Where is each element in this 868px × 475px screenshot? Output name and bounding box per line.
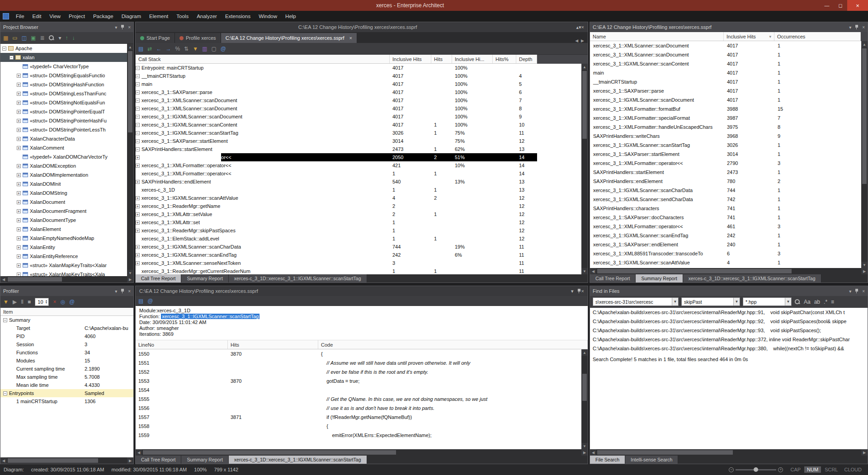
summary-row[interactable]: xercesc_3_1::XMLFormatter::specialFormat… bbox=[590, 113, 868, 122]
tree-view-icon[interactable]: ≡ bbox=[831, 299, 834, 305]
call-tree-row[interactable]: +xercesc_3_1::XMLAttr::setValue2112 bbox=[136, 210, 537, 218]
tree-item[interactable]: +XalanDocumentType bbox=[0, 216, 127, 225]
expand-icon[interactable]: + bbox=[17, 137, 21, 141]
new-model-icon[interactable]: ▦ bbox=[3, 35, 8, 41]
compare-icon[interactable]: ⇄ bbox=[147, 46, 152, 52]
collapse-icon[interactable]: − bbox=[3, 391, 7, 395]
regex-icon[interactable]: .* bbox=[824, 299, 827, 305]
pin-icon[interactable] bbox=[577, 288, 581, 294]
column-header[interactable]: Depth bbox=[516, 55, 537, 63]
code-vscrollbar[interactable]: ▲ ▼ bbox=[581, 349, 588, 449]
expand-icon[interactable]: + bbox=[17, 164, 21, 168]
find-result-line[interactable]: C:\Apache\xalan-builds\xerces-src-31\src… bbox=[590, 344, 868, 353]
summary-row[interactable]: SAXPrintHandlers::startElement24731 bbox=[590, 168, 868, 177]
profiler-row[interactable]: Mean idle time4.4330 bbox=[0, 381, 133, 389]
target-icon[interactable]: ◎ bbox=[61, 299, 65, 305]
menu-edit[interactable]: Edit bbox=[28, 11, 46, 22]
call-tree-row[interactable]: −__tmainCRTStartup4017100%4 bbox=[136, 72, 537, 80]
profiler-row[interactable]: PID4060 bbox=[0, 332, 133, 340]
zoom-slider-thumb[interactable] bbox=[754, 467, 758, 472]
profiler-row[interactable]: Max sampling time5.7008 bbox=[0, 373, 133, 381]
pause-icon[interactable]: Ⅱ bbox=[21, 299, 24, 305]
stop-icon[interactable]: ■ bbox=[28, 299, 31, 305]
summary-vscrollbar[interactable]: ▲ ▼ bbox=[861, 41, 868, 268]
column-header[interactable]: LineNo bbox=[136, 340, 228, 349]
column-header[interactable]: Inclusive Hi... bbox=[452, 55, 493, 63]
panel-close-icon[interactable]: × bbox=[128, 25, 131, 30]
panel-close-icon[interactable]: × bbox=[862, 25, 865, 30]
chevron-down-icon[interactable]: ▼ bbox=[733, 298, 740, 306]
report-tab[interactable]: Call Tree Report bbox=[136, 274, 181, 282]
column-header[interactable]: Call Stack bbox=[136, 55, 390, 63]
expand-icon[interactable]: + bbox=[17, 191, 21, 195]
scroll-left-icon[interactable]: ◀ bbox=[590, 269, 596, 273]
project-tree-hscrollbar[interactable]: ◀ ▶ bbox=[0, 276, 133, 282]
collapse-icon[interactable]: − bbox=[136, 82, 140, 86]
summary-row[interactable]: xercesc_3_1::IGXMLScanner::scanEndTag242… bbox=[590, 231, 868, 240]
expand-icon[interactable]: + bbox=[17, 101, 21, 105]
file-filter-combobox[interactable]: *.hpp ▼ bbox=[743, 297, 792, 306]
expand-icon[interactable]: + bbox=[136, 212, 140, 216]
column-header[interactable]: Inclusive Hits bbox=[390, 55, 431, 63]
summary-row[interactable]: __tmainCRTStartup40171 bbox=[590, 77, 868, 86]
at-icon[interactable]: @ bbox=[147, 298, 153, 304]
tree-item[interactable]: +XalanDOMException bbox=[0, 161, 127, 170]
document-tab[interactable]: Start Page bbox=[136, 33, 175, 43]
call-tree-row[interactable]: −xercesc_3_1::XMLScanner::scanDocument40… bbox=[136, 96, 537, 104]
tab-close-icon[interactable]: × bbox=[349, 35, 352, 41]
expand-icon[interactable]: + bbox=[136, 261, 140, 265]
call-tree-row[interactable]: +xercesc_3_1::IGXMLScanner::scanAttValue… bbox=[136, 194, 537, 202]
profiler-row[interactable]: Functions34 bbox=[0, 348, 133, 357]
column-header[interactable]: Name bbox=[590, 32, 724, 41]
profiler-row[interactable]: −EntrypointsSampled bbox=[0, 389, 133, 397]
report-tab[interactable]: Summary Report bbox=[636, 274, 683, 282]
call-tree-row[interactable]: −xercesc_3_1::IGXMLScanner::scanContent4… bbox=[136, 121, 537, 129]
save-icon[interactable]: ▤ bbox=[138, 46, 143, 52]
menu-file[interactable]: File bbox=[12, 11, 28, 22]
call-tree-row[interactable]: +xercesc_3_1::IGXMLScanner::scanCharData… bbox=[136, 243, 537, 251]
call-tree-row[interactable]: −SAXPrintHandlers::startElement2473162%1… bbox=[136, 145, 537, 153]
document-tab[interactable]: C:\EA 12 Change History\Profiling xerces… bbox=[221, 33, 357, 43]
find-result-line[interactable]: C:\Apache\xalan-builds\xerces-src-31\src… bbox=[590, 308, 868, 317]
call-tree-row[interactable]: +xercesc_3_1::XMLScanner::senseNextToken… bbox=[136, 259, 537, 267]
filter-icon[interactable]: ▼ bbox=[193, 46, 198, 52]
call-tree-row[interactable]: +xercesc_3_1::XMLFormatter::operator<<42… bbox=[136, 161, 537, 169]
expand-icon[interactable]: + bbox=[17, 227, 21, 231]
expand-icon[interactable]: + bbox=[136, 204, 140, 208]
expand-icon[interactable]: + bbox=[17, 263, 21, 268]
code-row[interactable]: 1559 emitError(XMLErrs::ExpectedElementN… bbox=[136, 431, 588, 440]
scroll-right-icon[interactable]: ▶ bbox=[861, 451, 868, 455]
summary-row[interactable]: xercesc_3_1::IGXMLScanner::scanStartTag3… bbox=[590, 141, 868, 150]
summary-row[interactable]: xercesc_3_1::SAXParser::parse40171 bbox=[590, 86, 868, 95]
code-row[interactable]: 15503870{ bbox=[136, 349, 588, 358]
summary-row[interactable]: xercesc_3_1::XMLFormatter::operator<<279… bbox=[590, 159, 868, 168]
call-tree-vscrollbar[interactable]: ▲ ▼ bbox=[581, 64, 588, 274]
menu-help[interactable]: Help bbox=[281, 11, 300, 22]
report-tab[interactable]: Intelli-sense Search bbox=[625, 456, 678, 464]
tree-item[interactable]: +«struct» DOMStringPointerHashFu bbox=[0, 116, 127, 125]
panel-menu-icon[interactable]: ▾ bbox=[849, 289, 851, 294]
panel-close-icon[interactable]: × bbox=[862, 289, 865, 294]
back-icon[interactable]: ← bbox=[156, 46, 161, 52]
column-header[interactable]: Code bbox=[318, 340, 588, 349]
scroll-down-icon[interactable]: ▼ bbox=[127, 270, 133, 276]
profiler-row[interactable]: TargetC:\Apache\xalan-bu bbox=[0, 324, 133, 332]
expand-icon[interactable]: + bbox=[17, 273, 21, 277]
collapse-icon[interactable]: − bbox=[136, 139, 140, 143]
code-hscrollbar[interactable]: ◀ ▶ bbox=[136, 449, 588, 456]
tree-item[interactable]: +«struct» DOMStringPointerEqualT bbox=[0, 107, 127, 116]
profiler-row[interactable]: 1 mainCRTStartup1306 bbox=[0, 397, 133, 405]
search-icon[interactable] bbox=[794, 299, 800, 305]
scroll-up-icon[interactable]: ▲ bbox=[861, 41, 868, 47]
code-row[interactable]: 1552 // ever be false if this is the roo… bbox=[136, 367, 588, 376]
profiler-row[interactable]: Session3 bbox=[0, 340, 133, 348]
panel-close-icon[interactable]: × bbox=[581, 24, 584, 30]
tree-item[interactable]: «typedef» CharVectorType bbox=[0, 62, 127, 71]
column-header[interactable]: Inclusive Hits▾ bbox=[724, 32, 774, 41]
collapse-icon[interactable]: − bbox=[2, 47, 6, 51]
expand-icon[interactable]: + bbox=[17, 209, 21, 213]
call-tree-row[interactable]: xercesc_3_1::ReaderMgr::getCurrentReader… bbox=[136, 267, 537, 274]
pin-icon[interactable] bbox=[120, 24, 125, 30]
find-result-line[interactable]: C:\Apache\xalan-builds\xerces-src-31\src… bbox=[590, 326, 868, 335]
find-hscrollbar[interactable]: ◀ ▶ bbox=[590, 449, 868, 456]
